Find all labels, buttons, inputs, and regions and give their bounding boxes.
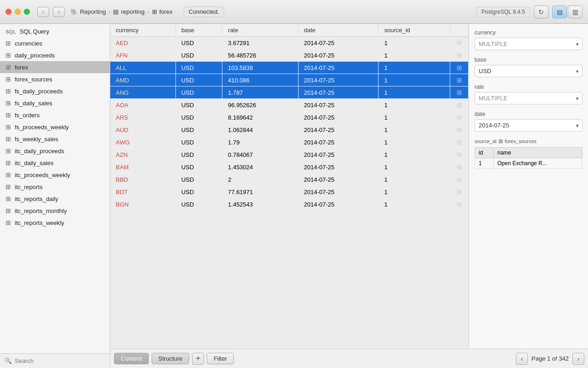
source-table-row[interactable]: 1 Open Exchange R... (475, 158, 582, 169)
table-row[interactable]: BBD USD 2 2014-07-25 1 ⊞ (110, 173, 469, 186)
cell-action[interactable]: ⊞ (450, 86, 469, 99)
sidebar-item-fs-daily-proceeds[interactable]: ⊞ fs_daily_proceeds (0, 85, 110, 97)
col-base[interactable]: base (175, 24, 222, 37)
row-detail-icon[interactable]: ⊞ (457, 176, 462, 183)
col-rate[interactable]: rate (222, 24, 298, 37)
sidebar-item-forex-sources[interactable]: ⊞ forex_sources (0, 73, 110, 85)
row-detail-icon[interactable]: ⊞ (457, 151, 462, 158)
table-row[interactable]: AWG USD 1.79 2014-07-25 1 ⊞ (110, 136, 469, 149)
date-select-wrapper[interactable]: 2014-07-25 ▾ (475, 119, 582, 132)
sidebar-item-itc-daily-proceeds[interactable]: ⊞ itc_daily_proceeds (0, 145, 110, 157)
sidebar-item-currencies[interactable]: ⊞ currencies (0, 37, 110, 49)
layout-sidebar-button[interactable]: ▤ (552, 6, 567, 18)
layout-full-button[interactable]: ▥ (568, 6, 582, 18)
table-row[interactable]: AOA USD 96.952626 2014-07-25 1 ⊞ (110, 99, 469, 111)
table-row[interactable]: ANG USD 1.787 2014-07-25 1 ⊞ (110, 86, 469, 99)
base-select[interactable]: USD (475, 65, 582, 77)
cell-action[interactable]: ⊞ (450, 161, 469, 173)
sidebar-item-sql-query[interactable]: SQL SQL Query (0, 26, 110, 37)
sidebar-item-fs-weekly-sales[interactable]: ⊞ fs_weekly_sales (0, 133, 110, 145)
structure-tab[interactable]: Structure (152, 353, 190, 364)
cell-currency: BDT (110, 186, 175, 198)
source-table-header: id name (475, 148, 582, 158)
breadcrumb-reporting-db[interactable]: ▤ reporting (113, 8, 144, 15)
cell-action[interactable]: ⊞ (450, 149, 469, 161)
row-detail-icon[interactable]: ⊞ (457, 201, 462, 208)
row-detail-icon[interactable]: ⊞ (457, 76, 462, 84)
breadcrumb-reporting[interactable]: 🐘 Reporting (70, 8, 106, 15)
sidebar-item-daily-proceeds[interactable]: ⊞ daily_proceeds (0, 49, 110, 61)
date-select[interactable]: 2014-07-25 (475, 119, 582, 132)
row-detail-icon[interactable]: ⊞ (457, 188, 462, 196)
refresh-button[interactable]: ↻ (534, 6, 548, 18)
sidebar-item-itc-daily-sales[interactable]: ⊞ itc_daily_sales (0, 157, 110, 169)
sidebar-item-itc-reports-daily[interactable]: ⊞ itc_reports_daily (0, 193, 110, 205)
row-detail-icon[interactable]: ⊞ (457, 138, 462, 146)
cell-action[interactable]: ⊞ (450, 124, 469, 136)
breadcrumb-forex[interactable]: ⊞ forex (152, 8, 173, 15)
row-detail-icon[interactable]: ⊞ (457, 101, 462, 109)
cell-action[interactable]: ⊞ (450, 49, 469, 62)
cell-currency: ARS (110, 111, 175, 124)
content-tab[interactable]: Content (114, 353, 149, 364)
next-page-button[interactable]: › (572, 353, 584, 365)
table-row[interactable]: AZN USD 0.784067 2014-07-25 1 ⊞ (110, 149, 469, 161)
row-detail-icon[interactable]: ⊞ (457, 52, 462, 59)
elephant-icon: 🐘 (70, 8, 78, 15)
cell-action[interactable]: ⊞ (450, 74, 469, 86)
back-button[interactable]: ‹ (37, 7, 49, 17)
table-row[interactable]: BAM USD 1.453024 2014-07-25 1 ⊞ (110, 161, 469, 173)
currency-select[interactable]: MULTIPLE (475, 38, 582, 50)
table-row[interactable]: ARS USD 8.169642 2014-07-25 1 ⊞ (110, 111, 469, 124)
rate-select[interactable]: MULTIPLE (475, 92, 582, 104)
col-currency[interactable]: currency (110, 24, 175, 37)
row-detail-icon[interactable]: ⊞ (457, 89, 462, 96)
base-select-wrapper[interactable]: USD ▾ (475, 65, 582, 77)
sidebar-item-fs-daily-sales[interactable]: ⊞ fs_daily_sales (0, 97, 110, 109)
main-table-container[interactable]: currency base rate date source_id AED US… (110, 24, 469, 349)
cell-action[interactable]: ⊞ (450, 173, 469, 186)
currency-select-wrapper[interactable]: MULTIPLE ▾ (475, 38, 582, 50)
sidebar-item-itc-reports-monthly[interactable]: ⊞ itc_reports_monthly (0, 205, 110, 217)
row-detail-icon[interactable]: ⊞ (457, 64, 462, 71)
cell-action[interactable]: ⊞ (450, 37, 469, 49)
row-detail-icon[interactable]: ⊞ (457, 39, 462, 46)
forward-button[interactable]: › (53, 7, 65, 17)
row-detail-icon[interactable]: ⊞ (457, 126, 462, 133)
cell-base: USD (175, 136, 222, 149)
sidebar-item-forex[interactable]: ⊞ forex (0, 61, 110, 73)
cell-action[interactable]: ⊞ (450, 62, 469, 74)
col-date[interactable]: date (298, 24, 379, 37)
table-row[interactable]: AFN USD 56.485726 2014-07-25 1 ⊞ (110, 49, 469, 62)
sidebar-item-fs-proceeds-weekly[interactable]: ⊞ fs_proceeds_weekly (0, 121, 110, 133)
close-button[interactable] (6, 9, 11, 15)
sidebar-item-itc-reports[interactable]: ⊞ itc_reports (0, 181, 110, 193)
table-row[interactable]: BDT USD 77.61971 2014-07-25 1 ⊞ (110, 186, 469, 198)
rate-select-wrapper[interactable]: MULTIPLE ▾ (475, 92, 582, 104)
table-row[interactable]: AMD USD 410.086 2014-07-25 1 ⊞ (110, 74, 469, 86)
row-detail-icon[interactable]: ⊞ (457, 114, 462, 121)
sidebar-item-itc-reports-weekly[interactable]: ⊞ itc_reports_weekly (0, 217, 110, 229)
table-row[interactable]: AED USD 3.67291 2014-07-25 1 ⊞ (110, 37, 469, 49)
search-input[interactable] (15, 357, 105, 364)
cell-action[interactable]: ⊞ (450, 111, 469, 124)
maximize-button[interactable] (24, 9, 30, 15)
sidebar-item-fs-orders[interactable]: ⊞ fs_orders (0, 109, 110, 121)
add-row-button[interactable]: + (192, 353, 204, 365)
cell-action[interactable]: ⊞ (450, 99, 469, 111)
row-detail-icon[interactable]: ⊞ (457, 163, 462, 171)
table-row[interactable]: AUD USD 1.062844 2014-07-25 1 ⊞ (110, 124, 469, 136)
source-id-table: id name 1 Open Exchange R... (475, 147, 582, 169)
sidebar-item-itc-proceeds-weekly[interactable]: ⊞ itc_proceeds_weekly (0, 169, 110, 181)
cell-action[interactable]: ⊞ (450, 186, 469, 198)
filter-button[interactable]: Filter (207, 353, 234, 364)
prev-page-button[interactable]: ‹ (516, 353, 528, 365)
col-source-id[interactable]: source_id (379, 24, 450, 37)
cell-action[interactable]: ⊞ (450, 198, 469, 211)
cell-rate: 1.453024 (222, 161, 298, 173)
table-row[interactable]: BGN USD 1.452543 2014-07-25 1 ⊞ (110, 198, 469, 211)
minimize-button[interactable] (15, 9, 21, 15)
cell-source-id: 1 (379, 62, 450, 74)
cell-action[interactable]: ⊞ (450, 136, 469, 149)
table-row[interactable]: ALL USD 103.5838 2014-07-25 1 ⊞ (110, 62, 469, 74)
